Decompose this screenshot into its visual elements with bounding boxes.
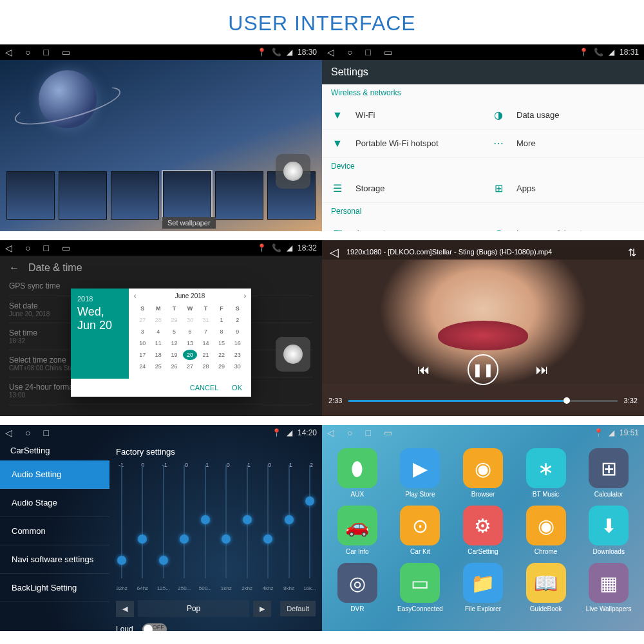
calendar-day[interactable]: 24 bbox=[135, 361, 150, 372]
settings-item-apps[interactable]: ⊞Apps bbox=[483, 175, 644, 203]
eq-slider[interactable]: 64hz bbox=[137, 465, 148, 591]
menu-item[interactable]: BackLight Setting bbox=[0, 574, 109, 602]
settings-item-wifi[interactable]: ▼Wi-Fi bbox=[322, 101, 483, 129]
app-icon[interactable]: ⊙Car Kit bbox=[390, 506, 451, 555]
settings-item-language[interactable]: ⊕Language & input bbox=[483, 220, 644, 231]
back-icon[interactable]: ◁ bbox=[327, 47, 334, 57]
back-icon[interactable]: ◁ bbox=[5, 47, 12, 57]
calendar-day[interactable]: 30 bbox=[230, 361, 245, 372]
app-icon[interactable]: ⊞Calculator bbox=[578, 448, 639, 498]
calendar-day[interactable]: 3 bbox=[135, 327, 150, 337]
recent-icon[interactable]: □ bbox=[43, 47, 48, 57]
eq-slider[interactable]: 32hz bbox=[116, 465, 128, 591]
gallery-icon[interactable]: ▭ bbox=[62, 243, 70, 253]
wallpaper-thumb[interactable] bbox=[59, 171, 107, 220]
calendar-day[interactable]: 4 bbox=[151, 327, 166, 337]
app-icon[interactable]: ◉Browser bbox=[453, 448, 513, 498]
home-icon[interactable]: ○ bbox=[25, 428, 30, 438]
loud-toggle[interactable]: OFF bbox=[142, 623, 167, 631]
calendar-day[interactable]: 27 bbox=[135, 315, 150, 325]
year[interactable]: 2018 bbox=[77, 295, 122, 303]
calendar-day[interactable]: 19 bbox=[167, 350, 182, 360]
calendar-grid[interactable]: SMTWTFS272829303112345678910111213141516… bbox=[134, 302, 246, 373]
eq-slider[interactable]: 2khz bbox=[242, 465, 253, 591]
eq-slider[interactable]: 8khz bbox=[283, 465, 295, 591]
calendar-day[interactable]: 31 bbox=[198, 315, 213, 325]
calendar-day[interactable]: 21 bbox=[198, 350, 213, 360]
calendar-day[interactable]: 1 bbox=[214, 315, 229, 325]
settings-item-data[interactable]: ◑Data usage bbox=[483, 101, 644, 129]
app-icon[interactable]: ▭EasyConnected bbox=[390, 563, 451, 612]
cancel-button[interactable]: CANCEL bbox=[190, 384, 218, 392]
calendar-day[interactable]: 30 bbox=[183, 315, 198, 325]
calendar-day[interactable]: 11 bbox=[151, 338, 166, 348]
calendar-day[interactable]: 9 bbox=[230, 327, 245, 337]
recent-icon[interactable]: □ bbox=[43, 243, 48, 253]
calendar-day[interactable]: 7 bbox=[198, 327, 213, 337]
calendar-day[interactable]: 10 bbox=[135, 338, 150, 348]
progress-bar[interactable] bbox=[348, 400, 617, 402]
calendar-day[interactable]: 20 bbox=[183, 350, 198, 360]
eq-slider[interactable]: 4khz bbox=[262, 465, 274, 591]
ok-button[interactable]: OK bbox=[232, 384, 242, 392]
default-button[interactable]: Default bbox=[280, 601, 316, 616]
wallpaper-thumb[interactable] bbox=[215, 171, 263, 220]
app-icon[interactable]: 📁File Explorer bbox=[453, 563, 513, 612]
settings-item-hotspot[interactable]: ▼Portable Wi-Fi hotspot bbox=[322, 129, 483, 158]
app-icon[interactable]: ⬇Downloads bbox=[578, 506, 639, 555]
app-icon[interactable]: ◎DVR bbox=[327, 563, 388, 612]
calendar-day[interactable]: 29 bbox=[214, 361, 229, 372]
calendar-day[interactable]: 6 bbox=[183, 327, 198, 337]
app-icon[interactable]: 🚗Car Info bbox=[327, 506, 388, 555]
menu-item[interactable]: Common bbox=[0, 517, 109, 545]
recent-icon[interactable]: □ bbox=[365, 47, 370, 57]
eq-slider[interactable]: 500... bbox=[200, 465, 211, 591]
eq-slider[interactable]: 250... bbox=[178, 465, 190, 591]
calendar-day[interactable]: 5 bbox=[167, 327, 182, 337]
calendar-day[interactable]: 27 bbox=[183, 361, 198, 372]
app-icon[interactable]: ⬮AUX bbox=[327, 448, 388, 498]
calendar-day[interactable]: 28 bbox=[151, 315, 166, 325]
equalizer-icon[interactable]: ⇅ bbox=[628, 247, 636, 259]
next-month-icon[interactable]: › bbox=[244, 292, 246, 299]
settings-item-storage[interactable]: ☰Storage bbox=[322, 175, 483, 203]
recent-icon[interactable]: □ bbox=[43, 428, 48, 438]
calendar-day[interactable]: 8 bbox=[214, 327, 229, 337]
back-icon[interactable]: ◁ bbox=[5, 243, 12, 253]
calendar-day[interactable]: 16 bbox=[230, 338, 245, 348]
calendar-day[interactable]: 22 bbox=[214, 350, 229, 360]
calendar-day[interactable]: 26 bbox=[167, 361, 182, 372]
next-button[interactable]: ⏭ bbox=[531, 358, 554, 381]
assistive-touch-button[interactable] bbox=[276, 337, 310, 372]
eq-slider[interactable]: 125... bbox=[158, 465, 169, 591]
app-icon[interactable]: ◉Chrome bbox=[516, 506, 576, 555]
eq-slider[interactable]: 1khz bbox=[220, 465, 232, 591]
app-icon[interactable]: 📖GuideBook bbox=[516, 563, 576, 612]
calendar-day[interactable]: 13 bbox=[183, 338, 198, 348]
prev-button[interactable]: ⏮ bbox=[412, 358, 435, 381]
wallpaper-thumb[interactable] bbox=[6, 171, 55, 220]
calendar-day[interactable]: 28 bbox=[198, 361, 213, 372]
recent-icon[interactable]: □ bbox=[365, 428, 370, 438]
calendar-day[interactable]: 15 bbox=[214, 338, 229, 348]
back-icon[interactable]: ◁ bbox=[5, 428, 12, 438]
gallery-icon[interactable]: ▭ bbox=[62, 47, 70, 57]
calendar-day[interactable]: 14 bbox=[198, 338, 213, 348]
calendar-day[interactable]: 18 bbox=[151, 350, 166, 360]
back-icon[interactable]: ◁ bbox=[330, 245, 339, 260]
gallery-icon[interactable]: ▭ bbox=[384, 428, 392, 438]
calendar-day[interactable]: 29 bbox=[167, 315, 182, 325]
tab-carsetting[interactable]: CarSetting bbox=[10, 446, 50, 455]
calendar-day[interactable]: 2 bbox=[230, 315, 245, 325]
calendar-day[interactable]: 12 bbox=[167, 338, 182, 348]
gallery-icon[interactable]: ▭ bbox=[384, 47, 392, 57]
tab-factory[interactable]: Factory settings bbox=[116, 444, 316, 462]
prev-preset-button[interactable]: ◀ bbox=[116, 601, 134, 617]
calendar-day[interactable]: 23 bbox=[230, 350, 245, 360]
eq-slider[interactable]: 16k... bbox=[304, 465, 316, 591]
app-icon[interactable]: ⚙CarSetting bbox=[453, 506, 513, 555]
wallpaper-thumb[interactable] bbox=[111, 171, 159, 220]
app-icon[interactable]: ▦Live Wallpapers bbox=[578, 563, 639, 612]
menu-item[interactable]: Audio Setting bbox=[0, 460, 109, 489]
next-preset-button[interactable]: ▶ bbox=[253, 601, 271, 617]
